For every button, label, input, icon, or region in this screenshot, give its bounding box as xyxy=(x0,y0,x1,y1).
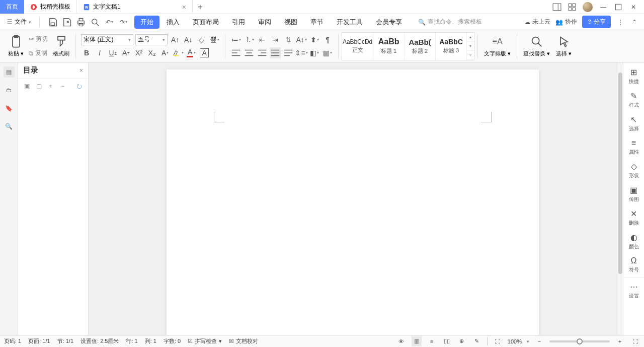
status-page-no[interactable]: 页码: 1 xyxy=(4,337,21,345)
align-distributed-icon[interactable] xyxy=(283,47,294,58)
close-window-button[interactable]: ✕ xyxy=(629,3,638,12)
share-button[interactable]: ⇪ 分享 xyxy=(582,16,611,28)
status-set-value[interactable]: 设置值: 2.5厘米 xyxy=(80,337,119,345)
status-words[interactable]: 字数: 0 xyxy=(164,337,181,345)
text-direction-icon[interactable]: A↕ xyxy=(296,34,307,45)
right-props[interactable]: ≡属性 xyxy=(624,136,644,158)
paste-button[interactable]: 粘贴 ▾ xyxy=(5,32,27,60)
borders-icon[interactable]: ▦ xyxy=(322,47,333,58)
view-reading-icon[interactable]: ▯▯ xyxy=(442,336,452,346)
ribbon-tab-review[interactable]: 审阅 xyxy=(252,16,277,29)
decrease-indent-icon[interactable]: ⇤ xyxy=(257,34,268,45)
select-button[interactable]: 选择 ▾ xyxy=(553,32,575,60)
view-web-icon[interactable]: ⊕ xyxy=(457,336,467,346)
zoom-in-button[interactable]: + xyxy=(615,336,625,346)
fit-width-icon[interactable]: ⛶ xyxy=(493,336,503,346)
align-justify-icon[interactable] xyxy=(270,47,281,58)
align-top-icon[interactable]: ⬍ xyxy=(309,34,320,45)
ribbon-tab-pagelayout[interactable]: 页面布局 xyxy=(187,16,225,29)
cloud-status-button[interactable]: ☁ 未上云 xyxy=(524,18,550,26)
right-settings[interactable]: ⋯设置 xyxy=(624,280,644,302)
add-tab-button[interactable]: + xyxy=(193,0,208,14)
text-effect-icon[interactable]: A xyxy=(159,47,171,58)
chevron-down-icon[interactable]: ▾ xyxy=(527,339,529,344)
redo-button[interactable]: ↷ xyxy=(118,17,128,27)
align-center-icon[interactable] xyxy=(244,47,255,58)
ribbon-tab-start[interactable]: 开始 xyxy=(134,16,159,29)
grow-font-icon[interactable]: A↑ xyxy=(170,34,181,45)
more-icon[interactable]: ⋮ xyxy=(616,18,625,27)
doc-review-button[interactable]: ☒文档校对 xyxy=(229,337,258,345)
zoom-thumb[interactable] xyxy=(577,338,583,344)
view-outline-icon[interactable]: ≡ xyxy=(427,336,437,346)
right-styles[interactable]: ✎样式 xyxy=(624,89,644,111)
font-size-input[interactable] xyxy=(136,35,160,45)
style-heading1[interactable]: AaBb标题 1 xyxy=(373,33,405,60)
zoom-out-button[interactable]: − xyxy=(534,336,544,346)
status-section[interactable]: 节: 1/1 xyxy=(57,337,73,345)
scrollbar-thumb[interactable] xyxy=(618,73,622,274)
character-border-icon[interactable]: A xyxy=(199,47,210,58)
right-shortcut[interactable]: ⊞快捷 xyxy=(624,65,644,87)
grid-icon[interactable] xyxy=(568,3,577,12)
align-left-icon[interactable] xyxy=(230,47,242,58)
style-up[interactable]: ▴ xyxy=(467,33,474,42)
chevron-down-icon[interactable]: ▾ xyxy=(160,37,167,42)
file-menu-button[interactable]: ☰ 文件 ▾ xyxy=(5,18,35,26)
superscript-icon[interactable]: X² xyxy=(133,47,144,58)
ribbon-tab-chapter[interactable]: 章节 xyxy=(304,16,330,29)
template-store-tab[interactable]: 找稻壳模板 xyxy=(24,0,77,14)
font-name-input[interactable] xyxy=(82,35,126,45)
clear-format-icon[interactable]: ◇ xyxy=(196,34,207,45)
italic-icon[interactable]: I xyxy=(94,47,105,58)
right-symbol[interactable]: Ω符号 xyxy=(624,254,644,275)
strikethrough-icon[interactable]: A xyxy=(120,47,131,58)
change-case-icon[interactable]: 뿊 xyxy=(209,34,220,45)
fullscreen-icon[interactable]: ⛶ xyxy=(630,336,640,346)
zoom-level[interactable]: 100% xyxy=(508,338,522,344)
vertical-scrollbar[interactable] xyxy=(617,62,623,335)
layout-1-icon[interactable] xyxy=(552,3,561,12)
status-page[interactable]: 页面: 1/1 xyxy=(28,337,50,345)
status-col[interactable]: 列: 1 xyxy=(145,337,156,345)
sort-icon[interactable]: ⇅ xyxy=(283,34,294,45)
align-right-icon[interactable] xyxy=(257,47,268,58)
right-delete[interactable]: ✕删除 xyxy=(624,207,644,229)
zoom-slider[interactable] xyxy=(549,340,610,342)
style-down[interactable]: ▾ xyxy=(467,42,474,51)
ribbon-tab-devtools[interactable]: 开发工具 xyxy=(331,16,369,29)
shrink-font-icon[interactable]: A↓ xyxy=(183,34,194,45)
subscript-icon[interactable]: X₂ xyxy=(146,47,157,58)
collapse-ribbon-icon[interactable]: ⌃ xyxy=(630,18,639,27)
style-normal[interactable]: AaBbCcDd正文 xyxy=(342,33,373,60)
view-page-icon[interactable]: ▥ xyxy=(412,336,422,346)
nav-outline-icon[interactable]: ▤ xyxy=(4,66,15,78)
minimize-button[interactable]: — xyxy=(599,3,608,12)
remove-item-icon[interactable]: − xyxy=(58,82,67,91)
right-select[interactable]: ↖选择 xyxy=(624,113,644,134)
underline-icon[interactable]: U xyxy=(107,47,118,58)
highlight-icon[interactable] xyxy=(173,47,184,58)
collapse-all-icon[interactable]: ▢ xyxy=(34,82,43,91)
right-image[interactable]: ▣传图 xyxy=(624,183,644,205)
save-icon[interactable] xyxy=(48,17,58,27)
bullets-icon[interactable]: ≔ xyxy=(230,34,242,45)
line-spacing-icon[interactable]: ⇕≡ xyxy=(296,47,307,58)
font-size-combo[interactable]: ▾ xyxy=(135,34,168,45)
status-row[interactable]: 行: 1 xyxy=(126,337,137,345)
font-name-combo[interactable]: ▾ xyxy=(81,34,133,45)
style-heading2[interactable]: AaBb(标题 2 xyxy=(405,33,436,60)
refresh-icon[interactable]: ⭮ xyxy=(75,82,84,91)
font-color-icon[interactable]: A xyxy=(186,47,197,58)
chevron-down-icon[interactable]: ▾ xyxy=(126,37,133,42)
home-tab[interactable]: 首页 xyxy=(0,0,24,14)
increase-indent-icon[interactable]: ⇥ xyxy=(270,34,281,45)
add-item-icon[interactable]: + xyxy=(46,82,55,91)
ribbon-tab-view[interactable]: 视图 xyxy=(278,16,303,29)
numbering-icon[interactable]: ⒈ xyxy=(244,34,255,45)
shading-icon[interactable]: ◧ xyxy=(309,47,320,58)
text-layout-button[interactable]: ≡A 文字排版 ▾ xyxy=(481,32,514,60)
save-as-icon[interactable] xyxy=(62,17,72,27)
copy-button[interactable]: ⧉复制 xyxy=(29,49,48,57)
cut-button[interactable]: ✂剪切 xyxy=(29,35,48,43)
